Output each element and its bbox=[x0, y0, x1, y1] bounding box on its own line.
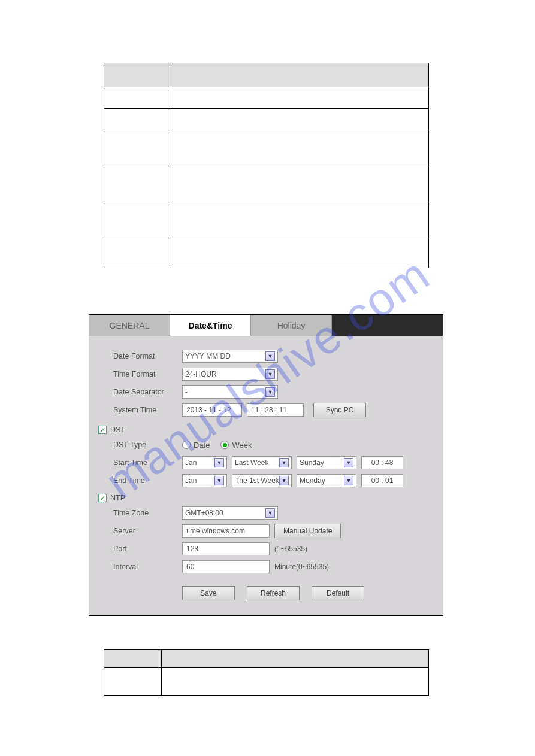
start-week-value: Last Week bbox=[235, 459, 268, 467]
manual-update-button[interactable]: Manual Update bbox=[274, 524, 341, 538]
start-time-label: Start Time bbox=[98, 459, 167, 467]
interval-label: Interval bbox=[98, 563, 167, 571]
chevron-down-icon: ▼ bbox=[265, 387, 275, 397]
start-day-value: Sunday bbox=[300, 459, 324, 467]
time-format-value: 24-HOUR bbox=[185, 370, 217, 378]
lower-table bbox=[104, 649, 429, 696]
start-day-select[interactable]: Sunday ▼ bbox=[297, 456, 356, 469]
datetime-panel: GENERAL Date&Time Holiday Date Format YY… bbox=[89, 314, 443, 616]
tab-bar: GENERAL Date&Time Holiday bbox=[89, 315, 443, 336]
date-format-select[interactable]: YYYY MM DD ▼ bbox=[182, 350, 278, 363]
dst-label: DST bbox=[110, 426, 125, 434]
end-week-value: The 1st Week bbox=[235, 476, 279, 485]
chevron-down-icon: ▼ bbox=[265, 369, 275, 379]
system-time-label: System Time bbox=[98, 406, 167, 414]
timezone-label: Time Zone bbox=[98, 509, 167, 517]
chevron-down-icon: ▼ bbox=[265, 508, 275, 518]
refresh-button[interactable]: Refresh bbox=[247, 586, 300, 600]
time-format-label: Time Format bbox=[98, 370, 167, 378]
tab-datetime[interactable]: Date&Time bbox=[170, 315, 251, 336]
start-hm-input[interactable]: 00 : 48 bbox=[361, 456, 403, 469]
system-time-input[interactable]: 11 : 28 : 11 bbox=[247, 403, 304, 417]
date-separator-value: - bbox=[185, 388, 188, 396]
system-date-input[interactable]: 2013 - 11 - 12 bbox=[182, 403, 242, 417]
server-input[interactable]: time.windows.com bbox=[182, 524, 270, 538]
dst-type-label: DST Type bbox=[98, 441, 167, 449]
interval-input[interactable]: 60 bbox=[182, 560, 270, 573]
dst-date-radio-label: Date bbox=[194, 441, 210, 450]
dst-week-radio[interactable] bbox=[220, 441, 229, 449]
end-month-select[interactable]: Jan ▼ bbox=[182, 474, 227, 487]
default-button[interactable]: Default bbox=[312, 586, 364, 600]
end-day-select[interactable]: Monday ▼ bbox=[297, 474, 356, 487]
sync-pc-button[interactable]: Sync PC bbox=[313, 403, 366, 417]
date-separator-label: Date Separator bbox=[98, 388, 167, 396]
chevron-down-icon: ▼ bbox=[344, 476, 353, 485]
tab-holiday[interactable]: Holiday bbox=[251, 315, 332, 336]
date-separator-select[interactable]: - ▼ bbox=[182, 385, 278, 399]
chevron-down-icon: ▼ bbox=[214, 458, 224, 467]
chevron-down-icon: ▼ bbox=[265, 351, 275, 361]
port-input[interactable]: 123 bbox=[182, 542, 270, 555]
upper-table bbox=[104, 63, 429, 268]
port-range: (1~65535) bbox=[274, 545, 307, 553]
chevron-down-icon: ▼ bbox=[279, 458, 289, 467]
end-hm-input[interactable]: 00 : 01 bbox=[361, 474, 403, 487]
start-month-value: Jan bbox=[185, 459, 197, 467]
end-day-value: Monday bbox=[300, 476, 325, 485]
end-week-select[interactable]: The 1st Week ▼ bbox=[232, 474, 292, 487]
tab-general[interactable]: GENERAL bbox=[89, 315, 170, 336]
form-body: Date Format YYYY MM DD ▼ Time Format 24-… bbox=[89, 336, 443, 615]
date-format-value: YYYY MM DD bbox=[185, 352, 231, 360]
timezone-value: GMT+08:00 bbox=[185, 509, 223, 517]
end-time-label: End Time bbox=[98, 476, 167, 485]
server-label: Server bbox=[98, 527, 167, 535]
start-week-select[interactable]: Last Week ▼ bbox=[232, 456, 292, 469]
chevron-down-icon: ▼ bbox=[214, 476, 224, 485]
timezone-select[interactable]: GMT+08:00 ▼ bbox=[182, 506, 278, 520]
dst-week-radio-label: Week bbox=[232, 441, 252, 450]
ntp-label: NTP bbox=[110, 494, 125, 502]
save-button[interactable]: Save bbox=[182, 586, 235, 600]
start-month-select[interactable]: Jan ▼ bbox=[182, 456, 227, 469]
port-label: Port bbox=[98, 545, 167, 553]
chevron-down-icon: ▼ bbox=[279, 476, 289, 485]
time-format-select[interactable]: 24-HOUR ▼ bbox=[182, 368, 278, 381]
end-month-value: Jan bbox=[185, 476, 197, 485]
dst-date-radio[interactable] bbox=[182, 441, 191, 449]
ntp-checkbox[interactable]: ✓ bbox=[98, 494, 107, 502]
chevron-down-icon: ▼ bbox=[344, 458, 353, 467]
dst-checkbox[interactable]: ✓ bbox=[98, 426, 107, 434]
interval-range: Minute(0~65535) bbox=[274, 563, 329, 571]
date-format-label: Date Format bbox=[98, 352, 167, 360]
tabbar-fill bbox=[332, 315, 443, 336]
